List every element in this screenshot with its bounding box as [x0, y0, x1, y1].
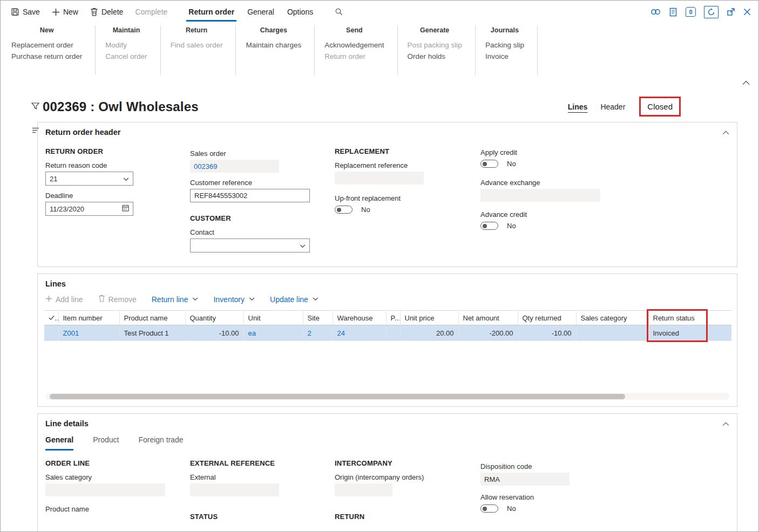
intercompany-group-heading: INTERCOMPANY [335, 459, 480, 467]
column-header-quantity[interactable]: Quantity [185, 311, 243, 325]
advance-credit-value: No [507, 222, 516, 230]
inventory-menu[interactable]: Inventory [213, 295, 255, 304]
column-header-unit[interactable]: Unit [243, 311, 303, 325]
delete-button[interactable]: Delete [85, 1, 128, 23]
cell-item-number[interactable]: Z001 [58, 325, 119, 341]
lines-titlebar[interactable]: Lines [38, 274, 737, 291]
open-in-new-window-icon[interactable] [727, 8, 735, 16]
save-button[interactable]: Save [6, 1, 45, 23]
header-column-2: Sales order 002369 Customer reference RE… [190, 141, 335, 253]
line-details-body: ORDER LINE Sales category Product name E… [38, 451, 737, 532]
column-header-site[interactable]: Site [303, 311, 333, 325]
cell-qty-returned[interactable]: -10.00 [518, 325, 576, 341]
tab-general-label: General [247, 8, 274, 16]
cell-return-status[interactable]: Invoiced [648, 325, 707, 341]
cell-unit[interactable]: ea [243, 325, 303, 341]
upfront-replacement-toggle[interactable] [335, 206, 353, 214]
order-holds-button[interactable]: Order holds [408, 51, 462, 62]
lines-section: Lines Add line Remove Return line Invent… [37, 274, 737, 407]
upfront-replacement-toggle-row: No [335, 206, 480, 214]
save-label: Save [23, 8, 40, 16]
ribbon-group-send-title: Send [324, 26, 384, 34]
tab-general[interactable]: General [45, 435, 73, 451]
table-row[interactable]: Z001 Test Product 1 -10.00 ea 2 24 20.00… [44, 325, 731, 341]
cell-product-name[interactable]: Test Product 1 [119, 325, 185, 341]
return-order-header-titlebar[interactable]: Return order header [38, 122, 737, 140]
deadline-datepicker[interactable]: 11/23/2020 [45, 202, 133, 216]
cell-p[interactable] [386, 325, 400, 341]
cell-sales-category[interactable] [576, 325, 648, 341]
return-line-menu[interactable]: Return line [152, 295, 199, 304]
cell-unit-price[interactable]: 20.00 [400, 325, 458, 341]
command-bar-right: 0 [650, 1, 751, 23]
details-column-2: EXTERNAL REFERENCE External STATUS [190, 453, 335, 522]
collapse-line-details-chevron-icon[interactable] [722, 420, 729, 428]
apply-credit-toggle[interactable] [480, 160, 498, 168]
row-checkbox-cell[interactable] [44, 325, 58, 341]
close-icon[interactable] [743, 8, 751, 16]
ribbon-group-new-title: New [11, 26, 82, 34]
column-header-item-number[interactable]: Item number [58, 311, 119, 325]
replacement-order-button[interactable]: Replacement order [11, 39, 82, 51]
refresh-icon[interactable] [704, 6, 719, 18]
column-header-return-status[interactable]: Return status [648, 311, 707, 325]
advance-credit-toggle[interactable] [480, 222, 498, 230]
return-reason-code-label: Return reason code [45, 161, 190, 169]
collapse-header-chevron-icon[interactable] [722, 128, 729, 137]
update-line-menu[interactable]: Update line [270, 295, 318, 304]
allow-reservation-value: No [507, 504, 516, 513]
line-details-titlebar[interactable]: Line details [38, 414, 737, 431]
return-reason-code-combobox[interactable]: 21 [45, 172, 133, 186]
cell-quantity[interactable]: -10.00 [185, 325, 243, 341]
column-header-product-name[interactable]: Product name [119, 311, 185, 325]
new-button[interactable]: New [47, 1, 83, 23]
external-value [190, 483, 279, 496]
apply-credit-value: No [507, 160, 516, 168]
column-header-qty-returned[interactable]: Qty returned [518, 311, 576, 325]
column-header-unit-price[interactable]: Unit price [400, 311, 458, 325]
link-icon[interactable] [650, 8, 661, 16]
column-header-sales-category[interactable]: Sales category [576, 311, 648, 325]
acknowledgement-button[interactable]: Acknowledgement [324, 39, 384, 51]
tab-options[interactable]: Options [281, 1, 320, 23]
customer-reference-input[interactable]: REF8445553002 [190, 189, 310, 202]
invoice-button[interactable]: Invoice [485, 51, 524, 62]
contact-combobox[interactable] [190, 238, 310, 253]
hamburger-icon[interactable] [32, 127, 39, 135]
column-header-p[interactable]: P... [386, 311, 400, 325]
horizontal-scrollbar[interactable] [45, 393, 729, 400]
scrollbar-thumb[interactable] [50, 394, 625, 399]
search-icon[interactable] [330, 8, 348, 16]
lines-grid: Item number Product name Quantity Unit S… [44, 310, 730, 341]
update-line-label: Update line [270, 295, 308, 304]
cell-site[interactable]: 2 [303, 325, 333, 341]
view-toggle-header[interactable]: Header [600, 103, 625, 111]
cell-net-amount[interactable]: -200.00 [458, 325, 518, 341]
page-title-row: 002369 : Owl Wholesales Lines Header Clo… [31, 97, 681, 117]
collapse-ribbon-chevron-icon[interactable] [742, 79, 750, 87]
return-reason-code-value: 21 [50, 175, 57, 183]
column-header-net-amount[interactable]: Net amount [458, 311, 518, 325]
apply-credit-toggle-row: No [480, 160, 729, 168]
header-column-1: RETURN ORDER Return reason code 21 Deadl… [45, 141, 190, 253]
tab-product[interactable]: Product [93, 435, 119, 451]
disposition-code-label: Disposition code [480, 462, 729, 470]
tab-foreign-trade[interactable]: Foreign trade [138, 435, 183, 451]
allow-reservation-toggle[interactable] [480, 504, 498, 513]
filter-icon[interactable] [31, 102, 39, 112]
sales-order-value[interactable]: 002369 [190, 160, 279, 173]
purchase-return-order-button[interactable]: Purchase return order [11, 51, 82, 62]
select-all-checkbox[interactable] [44, 311, 58, 325]
notification-count: 0 [689, 8, 692, 16]
maintain-charges-button[interactable]: Maintain charges [246, 39, 301, 51]
tab-general[interactable]: General [241, 1, 281, 23]
guide-icon[interactable] [669, 8, 677, 17]
ribbon-group-journals-title: Journals [485, 26, 524, 34]
tab-return-order[interactable]: Return order [182, 1, 241, 23]
packing-slip-button[interactable]: Packing slip [485, 39, 524, 51]
notifications-icon[interactable]: 0 [686, 7, 696, 17]
trash-icon [98, 295, 105, 304]
view-toggle-lines[interactable]: Lines [568, 103, 588, 111]
cell-warehouse[interactable]: 24 [333, 325, 386, 341]
column-header-warehouse[interactable]: Warehouse [333, 311, 386, 325]
